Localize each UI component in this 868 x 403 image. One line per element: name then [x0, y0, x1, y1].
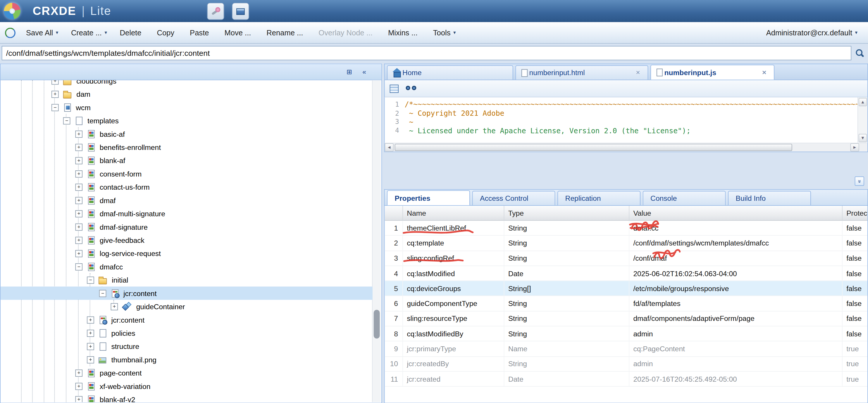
menu-item[interactable]: Overlay Node ...	[313, 26, 380, 39]
collapse-properties-button[interactable]: »	[855, 176, 864, 186]
tree-node-label[interactable]: basic-af	[98, 129, 127, 138]
tree-expander-icon[interactable]: +	[52, 90, 59, 98]
property-type-cell[interactable]: Name	[504, 342, 629, 356]
scroll-up-icon[interactable]: ▲	[859, 98, 867, 106]
name-column-header[interactable]: Name	[403, 206, 504, 220]
dev-tools-button[interactable]	[207, 3, 224, 20]
tree-expander-icon[interactable]: +	[75, 223, 83, 231]
protected-column-header[interactable]: Protected	[842, 206, 868, 220]
tree-node-label[interactable]: templates	[86, 116, 120, 125]
hscroll-track[interactable]	[394, 143, 850, 152]
property-type-cell[interactable]: String	[504, 296, 629, 311]
menu-item[interactable]: Move ...	[219, 26, 258, 39]
property-type-cell[interactable]: String[]	[504, 281, 629, 296]
tree-node-label[interactable]: xf-web-variation	[98, 381, 152, 391]
menu-item[interactable]: Create ... ▾	[66, 26, 112, 39]
property-value-cell[interactable]: fd/af/templates	[629, 296, 842, 311]
property-name-cell[interactable]: cq:lastModifiedBy	[403, 327, 504, 341]
code-editor[interactable]: 1 /*~~~~~~~~~~~~~~~~~~~~~~~~~~~~~~~~~~~~…	[384, 97, 868, 143]
property-value-cell[interactable]: /conf/dmaf	[629, 251, 842, 266]
tree-expander-icon[interactable]: +	[87, 343, 94, 350]
properties-panel-tab[interactable]: Properties	[387, 190, 470, 205]
property-type-cell[interactable]: Date	[504, 372, 629, 387]
editor-horizontal-scrollbar[interactable]: ◄ ►	[384, 143, 868, 152]
property-type-cell[interactable]: String	[504, 251, 629, 266]
tree-node-label[interactable]: guideContainer	[134, 302, 187, 311]
property-value-cell[interactable]: /conf/dmaf/settings/wcm/templates/dmafcc	[629, 236, 842, 250]
tree-node-label[interactable]: initial	[110, 275, 130, 284]
menu-item[interactable]: Save All ▾	[21, 26, 63, 39]
property-value-cell[interactable]: dmaf.cc	[629, 221, 842, 235]
format-code-icon[interactable]	[390, 85, 399, 93]
tree-node-label[interactable]: dmaf-multi-signature	[98, 209, 167, 218]
refresh-icon[interactable]	[5, 28, 16, 38]
tree-node-label[interactable]: wcm	[74, 103, 92, 112]
tree-expander-icon[interactable]: +	[87, 356, 94, 363]
tree-node-label[interactable]: log-service-request	[98, 249, 163, 258]
menu-item[interactable]: Paste	[185, 26, 217, 39]
tree-node-label[interactable]: dmaf	[98, 196, 117, 205]
tree-expander-icon[interactable]: +	[111, 303, 118, 310]
property-type-cell[interactable]: String	[504, 327, 629, 341]
property-value-cell[interactable]: admin	[629, 357, 842, 371]
tree-node-label[interactable]: thumbnail.png	[110, 355, 158, 364]
property-value-cell[interactable]: dmaf/components/adaptiveForm/page	[629, 311, 842, 326]
property-value-cell[interactable]: cq:PageContent	[629, 342, 842, 356]
property-value-cell[interactable]: /etc/mobile/groups/responsive	[629, 281, 842, 296]
fit-panel-icon[interactable]: ⊞	[344, 67, 354, 77]
properties-panel-tab[interactable]: Access Control	[472, 191, 555, 205]
tree-node-label[interactable]: dam	[75, 90, 92, 99]
property-type-cell[interactable]: String	[504, 221, 629, 235]
tree-node-label[interactable]: page-content	[98, 368, 143, 377]
property-name-cell[interactable]: jcr:createdBy	[403, 357, 504, 371]
tree-node-label[interactable]: jcr:content	[122, 289, 158, 298]
properties-panel-tab[interactable]: Replication	[557, 191, 641, 205]
tree-node-label[interactable]: benefits-enrollment	[98, 142, 163, 152]
property-type-cell[interactable]: String	[504, 236, 629, 250]
tree-expander-icon[interactable]: +	[75, 143, 83, 151]
tab-numberinput-html[interactable]: numberinput.html ×	[515, 65, 648, 79]
property-name-cell[interactable]: guideComponentType	[403, 296, 504, 311]
tree-node-label[interactable]: cloudconfigs	[75, 80, 118, 85]
menu-item[interactable]: Rename ...	[261, 26, 311, 39]
tree-node-label[interactable]: structure	[110, 342, 141, 351]
property-name-cell[interactable]: jcr:created	[403, 372, 504, 387]
tree-expander-icon[interactable]: +	[87, 329, 94, 337]
tree-expander-icon[interactable]: +	[87, 316, 94, 324]
menu-item[interactable]: Copy	[152, 26, 182, 39]
tree-expander-icon[interactable]: +	[75, 197, 83, 204]
property-name-cell[interactable]: cq:template	[403, 236, 504, 250]
user-menu[interactable]: Administrator@crx.default ▾	[761, 26, 863, 39]
property-value-cell[interactable]: admin	[629, 327, 842, 341]
property-type-cell[interactable]: String	[504, 357, 629, 371]
editor-vertical-scrollbar[interactable]: ▲ ▼	[858, 97, 867, 143]
tree-node-label[interactable]: policies	[110, 328, 137, 338]
scroll-right-icon[interactable]: ►	[850, 143, 859, 152]
property-name-cell[interactable]: cq:deviceGroups	[403, 281, 504, 296]
search-in-file-icon[interactable]	[406, 85, 416, 92]
tree-node-label[interactable]: dmafcc	[98, 262, 125, 271]
tree-expander-icon[interactable]: +	[75, 170, 83, 177]
tree-node-label[interactable]: consent-form	[98, 169, 143, 178]
tree-scrollbar[interactable]	[372, 80, 381, 402]
packages-button[interactable]	[232, 3, 249, 20]
properties-panel-tab[interactable]: Console	[643, 191, 726, 205]
properties-panel-tab[interactable]: Build Info	[728, 191, 811, 205]
menu-item[interactable]: Mixins ...	[383, 26, 425, 39]
tree-expander-icon[interactable]: +	[75, 236, 83, 244]
menu-item[interactable]: Tools ▾	[428, 26, 461, 39]
tree-expander-icon[interactable]: −	[99, 290, 106, 297]
tree-expander-icon[interactable]: −	[52, 104, 59, 111]
tree-node-label[interactable]: blank-af-v2	[98, 395, 137, 402]
tree-expander-icon[interactable]: −	[63, 117, 70, 124]
tree-expander-icon[interactable]: +	[75, 396, 83, 402]
property-name-cell[interactable]: cq:lastModified	[403, 266, 504, 280]
tree-expander-icon[interactable]: +	[75, 157, 83, 164]
scroll-left-icon[interactable]: ◄	[385, 143, 394, 152]
tree-expander-icon[interactable]: +	[75, 382, 83, 390]
path-input[interactable]	[2, 45, 851, 60]
tree-expander-icon[interactable]: +	[75, 369, 83, 376]
tree-expander-icon[interactable]: +	[52, 80, 59, 84]
tree-node-label[interactable]: blank-af	[98, 156, 127, 165]
property-name-cell[interactable]: sling:resourceType	[403, 311, 504, 326]
